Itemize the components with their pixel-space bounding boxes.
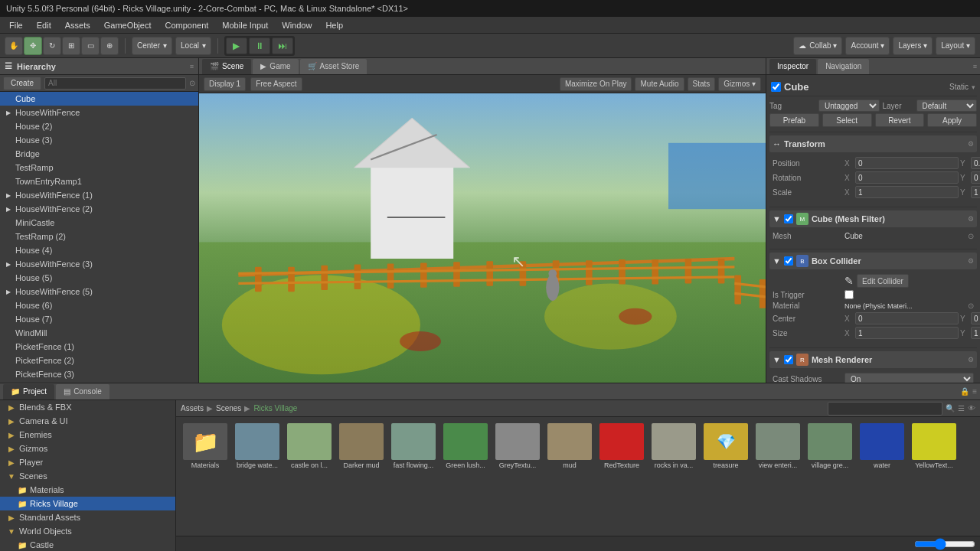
asset-item[interactable]: Darker mud [337,422,386,471]
step-button[interactable]: ⏭ [272,37,293,54]
hierarchy-item[interactable]: House (5) [0,271,198,285]
hierarchy-item[interactable]: ▶HouseWithFence (3) [0,257,198,271]
size-x[interactable] [855,327,959,339]
project-tree-item[interactable]: ▶Player [0,455,175,469]
path-assets[interactable]: Assets [181,404,204,412]
maximize-on-play-btn[interactable]: Maximize On Play [560,77,632,91]
project-tree-item[interactable]: ▶Gizmos [0,442,175,455]
project-tree-item[interactable]: ▶Camera & UI [0,414,175,428]
asset-search-input[interactable] [828,402,942,416]
project-tree-item[interactable]: ▼Scenes [0,469,175,483]
hierarchy-item[interactable]: TestRamp (2) [0,230,198,243]
hierarchy-item[interactable]: ▶HouseWithFence [0,106,198,119]
mesh-renderer-toggle[interactable] [784,355,793,364]
rotate-tool[interactable]: ↻ [43,37,61,55]
lock-icon[interactable]: 🔒 [960,387,969,396]
project-tree-item[interactable]: ▶Blends & FBX [0,400,175,414]
navigation-tab[interactable]: Navigation [818,59,869,74]
hierarchy-item[interactable]: PicketFence (3) [0,367,198,381]
game-tab[interactable]: ▶ Game [253,59,298,74]
mesh-target-icon[interactable]: ⊙ [968,232,974,240]
box-collider-toggle[interactable] [784,256,793,266]
hierarchy-item[interactable]: House (7) [0,312,198,326]
path-ricks-village[interactable]: Ricks Village [253,404,297,412]
pivot-dropdown[interactable]: Center ▾ [132,37,172,55]
asset-item[interactable]: mud [545,422,594,471]
transform-header[interactable]: ↔ Transform ⚙ [769,135,977,152]
mesh-filter-toggle[interactable] [784,214,793,223]
menu-component[interactable]: Component [158,19,214,31]
box-collider-header[interactable]: ▼ B Box Collider ⚙ [769,253,977,269]
hand-tool[interactable]: ✋ [5,37,23,55]
hierarchy-item[interactable]: MiniCastle [0,216,198,230]
hierarchy-filter-icon[interactable]: ⊙ [189,79,195,87]
hierarchy-item[interactable]: Bridge [0,147,198,161]
asset-item[interactable]: 💎treasure [701,422,750,471]
position-x[interactable] [855,157,959,169]
asset-item[interactable]: rocks in va... [649,422,698,471]
hierarchy-item[interactable]: House (3) [0,133,198,147]
create-button[interactable]: Create [3,77,41,90]
menu-help[interactable]: Help [319,19,349,31]
inspector-options-icon[interactable]: ≡ [973,63,977,70]
select-button[interactable]: Select [822,113,872,127]
console-tab[interactable]: ▤ Console [56,384,109,399]
mesh-renderer-header[interactable]: ▼ R Mesh Renderer ⚙ [769,351,977,368]
revert-button[interactable]: Revert [875,113,925,127]
box-collider-options-icon[interactable]: ⚙ [968,257,974,265]
hierarchy-item[interactable]: TownEntryRamp1 [0,174,198,188]
stats-btn[interactable]: Stats [688,77,716,91]
asset-item[interactable]: 📁Materials [181,422,230,471]
hierarchy-item[interactable]: House (4) [0,243,198,257]
rotation-x[interactable] [855,171,959,184]
hierarchy-options-icon[interactable]: ≡ [190,63,194,70]
hierarchy-item[interactable]: ▶HouseWithFence (5) [0,285,198,298]
static-dropdown-icon[interactable]: ▾ [972,83,975,91]
cast-shadows-dropdown[interactable]: On [844,373,974,383]
layer-dropdown[interactable]: Default [916,99,978,112]
menu-gameobject[interactable]: GameObject [98,19,158,31]
project-tree-item[interactable]: ▼World Objects [0,524,175,538]
hierarchy-item[interactable]: PicketFence (4) [0,381,198,383]
project-tab[interactable]: 📁 Project [3,384,54,399]
mesh-renderer-options-icon[interactable]: ⚙ [968,356,974,364]
hierarchy-item[interactable]: ▶HouseWithFence (2) [0,202,198,216]
path-scenes[interactable]: Scenes [216,404,241,412]
asset-item[interactable]: bridge wate... [233,422,282,471]
inspector-tab[interactable]: Inspector [769,59,816,74]
move-tool[interactable]: ✥ [24,37,42,55]
edit-collider-button[interactable]: Edit Collider [857,274,909,288]
transform-options-icon[interactable]: ⚙ [968,140,974,148]
gizmos-dropdown[interactable]: Gizmos ▾ [718,77,761,91]
project-tree-item[interactable]: 📁Materials [0,483,175,497]
menu-window[interactable]: Window [276,19,318,31]
is-trigger-checkbox[interactable] [844,290,854,299]
aspect-dropdown[interactable]: Free Aspect [250,77,302,91]
space-dropdown[interactable]: Local ▾ [175,37,211,55]
asset-size-slider[interactable] [914,540,975,548]
asset-item[interactable]: Green lush... [441,422,490,471]
asset-item[interactable]: YellowText... [910,422,959,471]
hierarchy-item[interactable]: House (2) [0,119,198,133]
hierarchy-item[interactable]: ▶HouseWithFence (1) [0,188,198,202]
project-tree-item[interactable]: ▶Standard Assets [0,510,175,524]
pause-button[interactable]: ⏸ [249,37,270,54]
asset-item[interactable]: GreyTextu... [493,422,542,471]
scene-viewport[interactable]: ↖ [199,93,766,383]
menu-assets[interactable]: Assets [59,19,96,31]
play-button[interactable]: ▶ [226,37,247,54]
eye-icon[interactable]: 👁 [968,404,975,412]
menu-file[interactable]: File [3,19,29,31]
tag-dropdown[interactable]: Untagged [818,99,880,112]
mute-audio-btn[interactable]: Mute Audio [635,77,684,91]
scene-tab[interactable]: 🎬 Scene [202,59,251,74]
center-y[interactable] [971,312,980,324]
collab-dropdown[interactable]: ☁ Collab ▾ [793,37,842,55]
hierarchy-item[interactable]: PicketFence (2) [0,354,198,367]
layout-dropdown[interactable]: Layout ▾ [936,37,975,55]
filter-icon[interactable]: ☰ [958,404,965,412]
asset-item[interactable]: fast flowing... [389,422,438,471]
rect-tool[interactable]: ▭ [81,37,100,55]
scale-x[interactable] [855,186,959,198]
scale-y[interactable] [971,186,980,198]
